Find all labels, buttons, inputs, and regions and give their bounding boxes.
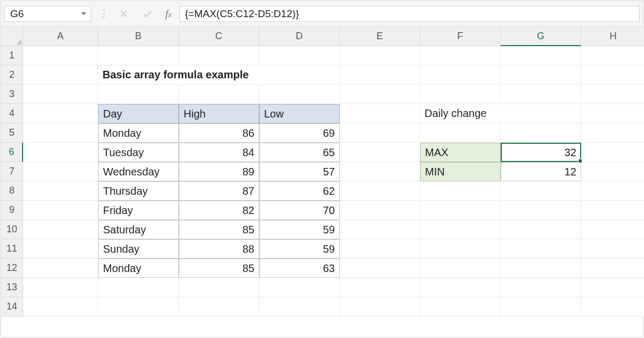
max-label[interactable]: MAX [420,143,501,162]
row-header-5[interactable]: 5 [1,123,23,143]
cell-C1[interactable] [179,46,259,65]
cell-E7[interactable] [340,162,420,181]
cell-D12[interactable]: 63 [259,259,340,278]
cell-E1[interactable] [340,46,420,65]
row-header-13[interactable]: 13 [1,278,23,297]
cell-C12[interactable]: 85 [179,259,259,278]
cell-C7[interactable]: 89 [179,162,259,181]
min-label[interactable]: MIN [420,162,501,181]
cell-H10[interactable] [581,220,644,239]
cell-H8[interactable] [581,181,644,201]
cell-E9[interactable] [340,201,420,220]
cell-A5[interactable] [23,123,98,143]
cell-D6[interactable]: 65 [259,143,340,162]
header-day[interactable]: Day [98,104,179,123]
cell-C9[interactable]: 82 [179,201,259,220]
cell-B1[interactable] [98,46,179,65]
header-low[interactable]: Low [259,104,340,123]
cell-H2[interactable] [581,65,644,85]
cell-E2[interactable] [340,65,420,85]
cell-A4[interactable] [23,104,98,123]
cell-G7[interactable]: 12 [501,162,581,181]
enter-icon[interactable] [143,10,152,18]
cell-H12[interactable] [581,259,644,278]
cell-A12[interactable] [23,259,98,278]
spreadsheet-grid[interactable]: A B C D E F G H 1 2 Basic array formula … [1,27,643,317]
col-header-F[interactable]: F [420,27,501,46]
cell-G14[interactable] [501,297,581,317]
row-header-3[interactable]: 3 [1,85,23,104]
row-header-10[interactable]: 10 [1,220,23,239]
cell-F1[interactable] [420,46,501,65]
cell-G6-selected[interactable]: 32 [501,143,581,162]
cell-G5[interactable] [501,123,581,143]
cell-H1[interactable] [581,46,644,65]
row-header-14[interactable]: 14 [1,297,23,317]
cell-D11[interactable]: 59 [259,239,340,259]
row-header-2[interactable]: 2 [1,65,23,85]
cell-D13[interactable] [259,278,340,297]
cell-G10[interactable] [501,220,581,239]
cell-E3[interactable] [340,85,420,104]
cell-H9[interactable] [581,201,644,220]
cell-E6[interactable] [340,143,420,162]
col-header-H[interactable]: H [581,27,644,46]
cell-E12[interactable] [340,259,420,278]
row-header-1[interactable]: 1 [1,46,23,65]
cell-C6[interactable]: 84 [179,143,259,162]
cell-A3[interactable] [23,85,98,104]
cell-B10[interactable]: Saturday [98,220,179,239]
cell-A8[interactable] [23,181,98,201]
col-header-A[interactable]: A [23,27,98,46]
cell-G3[interactable] [501,85,581,104]
cell-A1[interactable] [23,46,98,65]
cell-H3[interactable] [581,85,644,104]
cell-D3[interactable] [259,85,340,104]
cell-B5[interactable]: Monday [98,123,179,143]
cell-D9[interactable]: 70 [259,201,340,220]
cell-B13[interactable] [98,278,179,297]
cell-H4[interactable] [581,104,644,123]
cell-A7[interactable] [23,162,98,181]
cell-A2[interactable] [23,65,98,85]
title-cell[interactable]: Basic array formula example [98,65,340,85]
row-header-12[interactable]: 12 [1,259,23,278]
cell-C14[interactable] [179,297,259,317]
formula-input[interactable]: {=MAX(C5:C12-D5:D12)} [179,6,640,22]
cell-B3[interactable] [98,85,179,104]
cell-D1[interactable] [259,46,340,65]
cell-G13[interactable] [501,278,581,297]
cell-F13[interactable] [420,278,501,297]
cell-D5[interactable]: 69 [259,123,340,143]
row-header-8[interactable]: 8 [1,181,23,201]
cell-B8[interactable]: Thursday [98,181,179,201]
cell-C10[interactable]: 85 [179,220,259,239]
cell-F12[interactable] [420,259,501,278]
cell-B6[interactable]: Tuesday [98,143,179,162]
row-header-4[interactable]: 4 [1,104,23,123]
cell-H5[interactable] [581,123,644,143]
row-header-7[interactable]: 7 [1,162,23,181]
cell-E14[interactable] [340,297,420,317]
cancel-icon[interactable] [120,10,128,18]
cell-H11[interactable] [581,239,644,259]
cell-F5[interactable] [420,123,501,143]
cell-F3[interactable] [420,85,501,104]
cell-F11[interactable] [420,239,501,259]
cell-B14[interactable] [98,297,179,317]
cell-B9[interactable]: Friday [98,201,179,220]
cell-C3[interactable] [179,85,259,104]
cell-C8[interactable]: 87 [179,181,259,201]
cell-A9[interactable] [23,201,98,220]
cell-F2[interactable] [420,65,501,85]
col-header-G[interactable]: G [501,27,581,46]
cell-C5[interactable]: 86 [179,123,259,143]
cell-B12[interactable]: Monday [98,259,179,278]
cell-A13[interactable] [23,278,98,297]
row-header-11[interactable]: 11 [1,239,23,259]
cell-B7[interactable]: Wednesday [98,162,179,181]
col-header-B[interactable]: B [98,27,179,46]
cell-E8[interactable] [340,181,420,201]
cell-H13[interactable] [581,278,644,297]
cell-A10[interactable] [23,220,98,239]
